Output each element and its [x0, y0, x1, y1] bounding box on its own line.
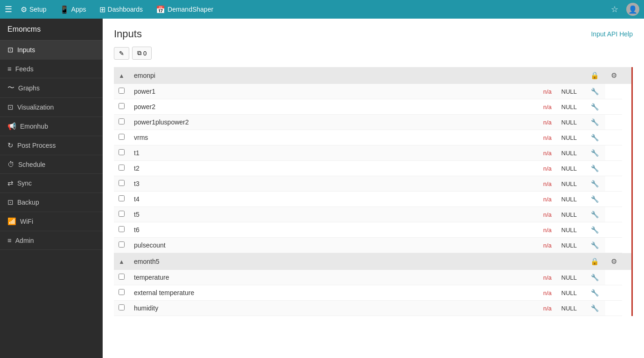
sidebar-item-schedule[interactable]: ⏱ Schedule	[0, 155, 103, 174]
lock-icon[interactable]: 🔒	[590, 257, 599, 265]
row-checkbox[interactable]	[119, 195, 125, 201]
row-checkbox[interactable]	[119, 304, 125, 310]
row-checkbox[interactable]	[119, 226, 125, 232]
input-name: humidity	[134, 304, 158, 312]
input-value: n/a	[543, 103, 552, 110]
row-checkbox[interactable]	[119, 118, 125, 124]
sidebar-item-backup[interactable]: ⊡ Backup	[0, 193, 103, 212]
null-value: NULL	[561, 103, 580, 110]
input-value: n/a	[543, 196, 552, 203]
row-checkbox[interactable]	[119, 88, 125, 94]
setup-icon: ⚙	[21, 5, 27, 14]
table-row: t4 n/a NULL 🔧	[114, 192, 632, 207]
group-header-row: ▲ emonpi 🔒 ⚙	[114, 67, 632, 84]
toolbar: ✎ ⧉ 0	[114, 47, 633, 60]
wrench-icon[interactable]: 🔧	[589, 148, 601, 158]
wrench-icon[interactable]: 🔧	[589, 102, 601, 111]
feeds-icon: ≡	[7, 65, 12, 73]
wrench-icon[interactable]: 🔧	[589, 164, 601, 173]
nav-setup[interactable]: ⚙ Setup	[14, 0, 53, 19]
null-value: NULL	[561, 88, 580, 95]
row-checkbox[interactable]	[119, 289, 125, 295]
main-header: Inputs Input API Help	[114, 28, 633, 40]
table-row: power1pluspower2 n/a NULL 🔧	[114, 115, 632, 130]
null-value: NULL	[561, 227, 580, 234]
table-row: humidity n/a NULL 🔧	[114, 301, 632, 316]
row-checkbox[interactable]	[119, 180, 125, 186]
wrench-icon[interactable]: 🔧	[589, 87, 601, 96]
table-row: pulsecount n/a NULL 🔧	[114, 238, 632, 253]
null-value: NULL	[561, 289, 580, 296]
navbar: ☰ ⚙ Setup 📱 Apps ⊞ Dashboards 📅 DemandSh…	[0, 0, 644, 19]
brand: Emoncms	[0, 19, 103, 41]
sidebar-item-wifi[interactable]: 📶 WiFi	[0, 212, 103, 231]
sidebar-item-postprocess[interactable]: ↻ Post Process	[0, 136, 103, 155]
wrench-icon[interactable]: 🔧	[589, 303, 601, 313]
table-row: temperature n/a NULL 🔧	[114, 270, 632, 285]
sidebar-item-inputs[interactable]: ⊡ Inputs	[0, 41, 103, 60]
null-value: NULL	[561, 305, 580, 312]
input-name: t4	[134, 195, 140, 203]
wrench-icon[interactable]: 🔧	[589, 117, 601, 127]
null-value: NULL	[561, 196, 580, 203]
row-checkbox[interactable]	[119, 165, 125, 171]
row-checkbox[interactable]	[119, 211, 125, 217]
nav-apps[interactable]: 📱 Apps	[53, 0, 93, 19]
lock-icon[interactable]: 🔒	[590, 71, 599, 79]
row-checkbox[interactable]	[119, 241, 125, 248]
sidebar-item-visualization[interactable]: ⊡ Visualization	[0, 98, 103, 117]
sidebar-item-admin[interactable]: ≡ Admin	[0, 231, 103, 250]
hamburger-icon[interactable]: ☰	[5, 4, 12, 14]
wrench-icon[interactable]: 🔧	[589, 210, 601, 219]
demandshaper-icon: 📅	[156, 5, 165, 14]
wrench-icon[interactable]: 🔧	[589, 225, 601, 234]
input-name: vrms	[134, 134, 148, 141]
emonhub-icon: 📢	[7, 122, 16, 131]
gear-icon[interactable]: ⚙	[611, 71, 617, 79]
nav-dashboards[interactable]: ⊞ Dashboards	[93, 0, 150, 19]
row-checkbox[interactable]	[119, 103, 125, 109]
nav-demandshaper[interactable]: 📅 DemandShaper	[149, 0, 220, 19]
wrench-icon[interactable]: 🔧	[589, 241, 601, 250]
copy-button[interactable]: ⧉ 0	[132, 47, 152, 60]
input-value: n/a	[543, 165, 552, 172]
input-value: n/a	[543, 305, 552, 312]
input-value: n/a	[543, 289, 552, 296]
dashboards-icon: ⊞	[99, 5, 105, 14]
table-row: t3 n/a NULL 🔧	[114, 176, 632, 192]
wrench-icon[interactable]: 🔧	[589, 179, 601, 188]
null-value: NULL	[561, 150, 580, 157]
input-value: n/a	[543, 134, 552, 141]
group-name: emonpi	[129, 67, 528, 84]
row-checkbox[interactable]	[119, 134, 125, 140]
sync-icon: ⇄	[7, 179, 14, 187]
table-row: t2 n/a NULL 🔧	[114, 161, 632, 176]
collapse-icon[interactable]: ▲	[119, 72, 125, 79]
table-row: power1 n/a NULL 🔧	[114, 84, 632, 99]
sidebar-item-feeds[interactable]: ≡ Feeds	[0, 60, 103, 78]
input-name: power1pluspower2	[134, 118, 189, 126]
table-row: power2 n/a NULL 🔧	[114, 99, 632, 115]
favorite-icon[interactable]: ☆	[608, 2, 622, 16]
wrench-icon[interactable]: 🔧	[589, 273, 601, 282]
row-checkbox[interactable]	[119, 149, 125, 155]
gear-icon[interactable]: ⚙	[611, 257, 617, 265]
collapse-icon[interactable]: ▲	[119, 258, 125, 265]
sidebar-item-sync[interactable]: ⇄ Sync	[0, 174, 103, 193]
row-checkbox[interactable]	[119, 274, 125, 280]
edit-button[interactable]: ✎	[114, 47, 129, 60]
wrench-icon[interactable]: 🔧	[589, 133, 601, 142]
sidebar: Emoncms ⊡ Inputs ≡ Feeds 〜 Graphs ⊡ Visu…	[0, 19, 103, 358]
main-content: Inputs Input API Help ✎ ⧉ 0 ▲ emonpi 🔒 ⚙	[103, 19, 644, 358]
wrench-icon[interactable]: 🔧	[589, 288, 601, 297]
input-name: pulsecount	[134, 241, 166, 249]
wrench-icon[interactable]: 🔧	[589, 194, 601, 204]
user-avatar[interactable]: 👤	[626, 3, 639, 16]
layout: Emoncms ⊡ Inputs ≡ Feeds 〜 Graphs ⊡ Visu…	[0, 19, 644, 358]
api-help-link[interactable]: Input API Help	[591, 30, 633, 38]
schedule-icon: ⏱	[7, 160, 14, 168]
sidebar-item-graphs[interactable]: 〜 Graphs	[0, 78, 103, 98]
input-name: t5	[134, 211, 140, 218]
sidebar-item-emonhub[interactable]: 📢 Emonhub	[0, 117, 103, 136]
input-value: n/a	[543, 119, 552, 126]
